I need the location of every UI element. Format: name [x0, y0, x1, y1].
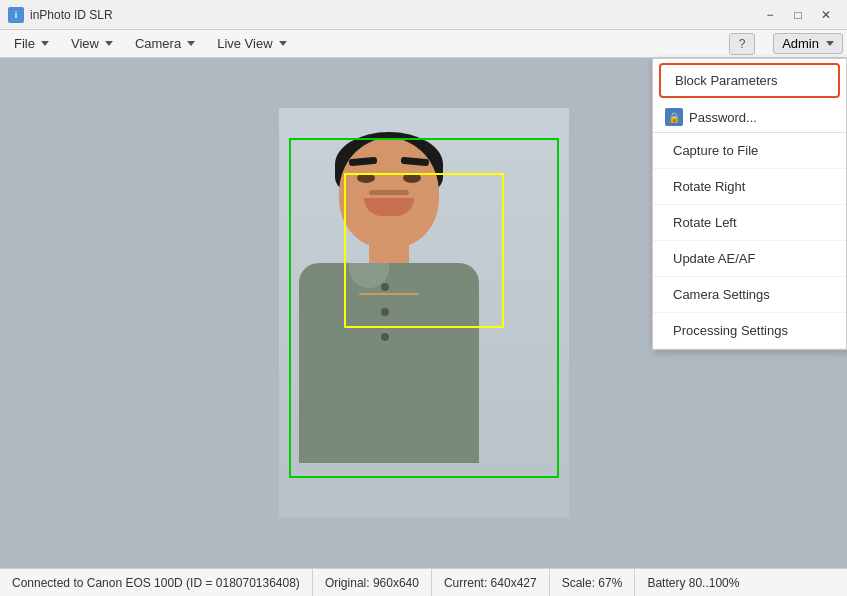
block-parameters-item[interactable]: Block Parameters	[659, 63, 840, 98]
menu-view[interactable]: View	[61, 32, 123, 55]
admin-button[interactable]: Admin	[773, 33, 843, 54]
admin-chevron	[826, 41, 834, 46]
photo-container	[279, 108, 569, 518]
password-icon: 🔒	[665, 108, 683, 126]
processing-settings-item[interactable]: Processing Settings	[653, 313, 846, 349]
password-item[interactable]: 🔒 Password...	[653, 102, 846, 133]
window-controls: − □ ✕	[757, 5, 839, 25]
person-head	[339, 138, 439, 248]
admin-dropdown-menu: Block Parameters 🔒 Password... Capture t…	[652, 58, 847, 350]
menu-live-view[interactable]: Live View	[207, 32, 296, 55]
main-content: Block Parameters 🔒 Password... Capture t…	[0, 58, 847, 568]
update-aeaf-item[interactable]: Update AE/AF	[653, 241, 846, 277]
close-button[interactable]: ✕	[813, 5, 839, 25]
app-icon: i	[8, 7, 24, 23]
rotate-left-item[interactable]: Rotate Left	[653, 205, 846, 241]
liveview-chevron	[279, 41, 287, 46]
status-connection: Connected to Canon EOS 100D (ID = 018070…	[0, 569, 313, 596]
capture-to-file-item[interactable]: Capture to File	[653, 133, 846, 169]
menu-file[interactable]: File	[4, 32, 59, 55]
status-original: Original: 960x640	[313, 569, 432, 596]
status-current: Current: 640x427	[432, 569, 550, 596]
status-scale: Scale: 67%	[550, 569, 636, 596]
title-bar: i inPhoto ID SLR − □ ✕	[0, 0, 847, 30]
minimize-button[interactable]: −	[757, 5, 783, 25]
view-chevron	[105, 41, 113, 46]
rotate-right-item[interactable]: Rotate Right	[653, 169, 846, 205]
camera-settings-item[interactable]: Camera Settings	[653, 277, 846, 313]
file-chevron	[41, 41, 49, 46]
help-button[interactable]: ?	[729, 33, 755, 55]
maximize-button[interactable]: □	[785, 5, 811, 25]
menu-camera[interactable]: Camera	[125, 32, 205, 55]
status-bar: Connected to Canon EOS 100D (ID = 018070…	[0, 568, 847, 596]
person-body	[299, 263, 479, 463]
camera-chevron	[187, 41, 195, 46]
status-battery: Battery 80..100%	[635, 569, 847, 596]
app-title: inPhoto ID SLR	[30, 8, 113, 22]
menu-bar: File View Camera Live View ? Admin	[0, 30, 847, 58]
